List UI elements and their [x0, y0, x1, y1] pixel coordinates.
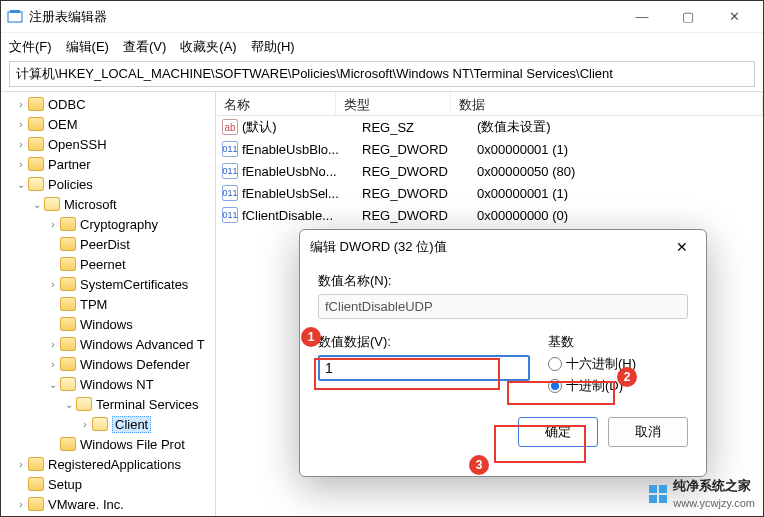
- tree-toggle-icon[interactable]: ›: [79, 419, 91, 430]
- menu-favorites[interactable]: 收藏夹(A): [180, 38, 236, 56]
- menubar: 文件(F) 编辑(E) 查看(V) 收藏夹(A) 帮助(H): [1, 33, 763, 61]
- tree-item-label: Terminal Services: [96, 397, 199, 412]
- list-row[interactable]: ab(默认)REG_SZ(数值未设置): [216, 116, 763, 138]
- binary-value-icon: 011: [222, 207, 238, 223]
- radio-hex[interactable]: 十六进制(H): [548, 355, 688, 373]
- tree-toggle-icon[interactable]: ›: [15, 459, 27, 470]
- tree-item[interactable]: ›OpenSSH: [1, 134, 215, 154]
- tree-item[interactable]: ›VMware. Inc.: [1, 494, 215, 514]
- tree-toggle-icon[interactable]: ⌄: [31, 199, 43, 210]
- dialog-close-button[interactable]: ✕: [668, 233, 696, 261]
- tree-item[interactable]: ›Cryptography: [1, 214, 215, 234]
- folder-icon: [60, 257, 76, 271]
- svg-rect-0: [8, 12, 22, 22]
- address-bar[interactable]: 计算机\HKEY_LOCAL_MACHINE\SOFTWARE\Policies…: [9, 61, 755, 87]
- window-controls: — ▢ ✕: [619, 1, 757, 33]
- menu-help[interactable]: 帮助(H): [251, 38, 295, 56]
- tree-toggle-icon[interactable]: ›: [47, 219, 59, 230]
- minimize-button[interactable]: —: [619, 1, 665, 33]
- col-data[interactable]: 数据: [451, 92, 763, 115]
- tree-item[interactable]: ›Windows Advanced T: [1, 334, 215, 354]
- value-name-label: 数值名称(N):: [318, 272, 688, 290]
- tree-item[interactable]: ⌄Policies: [1, 174, 215, 194]
- folder-icon: [28, 157, 44, 171]
- tree-toggle-icon[interactable]: ⌄: [15, 179, 27, 190]
- tree-item[interactable]: TPM: [1, 294, 215, 314]
- tree-item[interactable]: Windows: [1, 314, 215, 334]
- string-value-icon: ab: [222, 119, 238, 135]
- tree-toggle-icon[interactable]: ⌄: [47, 379, 59, 390]
- tree-item[interactable]: PeerDist: [1, 234, 215, 254]
- tree-item[interactable]: ⌄Microsoft: [1, 194, 215, 214]
- radio-dec-icon: [548, 379, 562, 393]
- tree-item[interactable]: ›Client: [1, 414, 215, 434]
- tree-toggle-icon[interactable]: ›: [47, 359, 59, 370]
- tree-toggle-icon[interactable]: ›: [15, 499, 27, 510]
- value-data-input[interactable]: [318, 355, 530, 381]
- maximize-button[interactable]: ▢: [665, 1, 711, 33]
- menu-file[interactable]: 文件(F): [9, 38, 52, 56]
- menu-edit[interactable]: 编辑(E): [66, 38, 109, 56]
- tree-item[interactable]: ›Windows Defender: [1, 354, 215, 374]
- tree-item[interactable]: Peernet: [1, 254, 215, 274]
- radio-dec[interactable]: 十进制(D): [548, 377, 688, 395]
- dialog-body: 数值名称(N): fClientDisableUDP 数值数据(V): 基数 十…: [300, 264, 706, 476]
- value-data: 0x00000000 (0): [469, 208, 763, 223]
- list-header: 名称 类型 数据: [216, 92, 763, 116]
- list-row[interactable]: 011fEnableUsbBlo...REG_DWORD0x00000001 (…: [216, 138, 763, 160]
- close-button[interactable]: ✕: [711, 1, 757, 33]
- tree-item-label: Microsoft: [64, 197, 117, 212]
- folder-icon: [76, 397, 92, 411]
- tree-toggle-icon[interactable]: ›: [15, 99, 27, 110]
- value-name: fEnableUsbBlo...: [242, 142, 354, 157]
- value-data: 0x00000050 (80): [469, 164, 763, 179]
- tree-item-label: Windows NT: [80, 377, 154, 392]
- folder-icon: [28, 97, 44, 111]
- folder-icon: [60, 297, 76, 311]
- folder-icon: [60, 217, 76, 231]
- col-type[interactable]: 类型: [336, 92, 451, 115]
- tree-item[interactable]: ›SystemCertificates: [1, 274, 215, 294]
- edit-dword-dialog: 编辑 DWORD (32 位)值 ✕ 数值名称(N): fClientDisab…: [299, 229, 707, 477]
- tree-item[interactable]: ⌄Windows NT: [1, 374, 215, 394]
- tree-toggle-icon[interactable]: ›: [15, 139, 27, 150]
- value-type: REG_DWORD: [354, 164, 469, 179]
- folder-icon: [28, 177, 44, 191]
- folder-icon: [60, 277, 76, 291]
- tree-item-label: OpenSSH: [48, 137, 107, 152]
- tree-toggle-icon[interactable]: ⌄: [63, 399, 75, 410]
- value-data: 0x00000001 (1): [469, 142, 763, 157]
- folder-icon: [28, 497, 44, 511]
- tree-item-label: Client: [112, 416, 151, 433]
- list-row[interactable]: 011fEnableUsbSel...REG_DWORD0x00000001 (…: [216, 182, 763, 204]
- folder-icon: [60, 357, 76, 371]
- folder-icon: [28, 457, 44, 471]
- radio-dec-label: 十进制(D): [566, 377, 623, 395]
- tree-item[interactable]: Windows File Prot: [1, 434, 215, 454]
- base-label: 基数: [548, 333, 688, 351]
- tree-item[interactable]: ›OEM: [1, 114, 215, 134]
- titlebar[interactable]: 注册表编辑器 — ▢ ✕: [1, 1, 763, 33]
- list-row[interactable]: 011fEnableUsbNo...REG_DWORD0x00000050 (8…: [216, 160, 763, 182]
- list-row[interactable]: 011fClientDisable...REG_DWORD0x00000000 …: [216, 204, 763, 226]
- tree-toggle-icon[interactable]: ›: [15, 159, 27, 170]
- cancel-button[interactable]: 取消: [608, 417, 688, 447]
- dialog-title: 编辑 DWORD (32 位)值: [310, 238, 668, 256]
- col-name[interactable]: 名称: [216, 92, 336, 115]
- tree-toggle-icon[interactable]: ›: [15, 119, 27, 130]
- ok-button[interactable]: 确定: [518, 417, 598, 447]
- dialog-titlebar[interactable]: 编辑 DWORD (32 位)值 ✕: [300, 230, 706, 264]
- folder-icon: [60, 317, 76, 331]
- tree-toggle-icon[interactable]: ›: [47, 279, 59, 290]
- value-name: fEnableUsbSel...: [242, 186, 354, 201]
- value-name-field[interactable]: fClientDisableUDP: [318, 294, 688, 319]
- tree-item[interactable]: ›ODBC: [1, 94, 215, 114]
- value-type: REG_DWORD: [354, 142, 469, 157]
- tree-toggle-icon[interactable]: ›: [47, 339, 59, 350]
- tree-item[interactable]: Setup: [1, 474, 215, 494]
- menu-view[interactable]: 查看(V): [123, 38, 166, 56]
- tree-view[interactable]: ›ODBC›OEM›OpenSSH›Partner⌄Policies⌄Micro…: [1, 92, 216, 516]
- tree-item[interactable]: ›Partner: [1, 154, 215, 174]
- tree-item[interactable]: ⌄Terminal Services: [1, 394, 215, 414]
- tree-item[interactable]: ›RegisteredApplications: [1, 454, 215, 474]
